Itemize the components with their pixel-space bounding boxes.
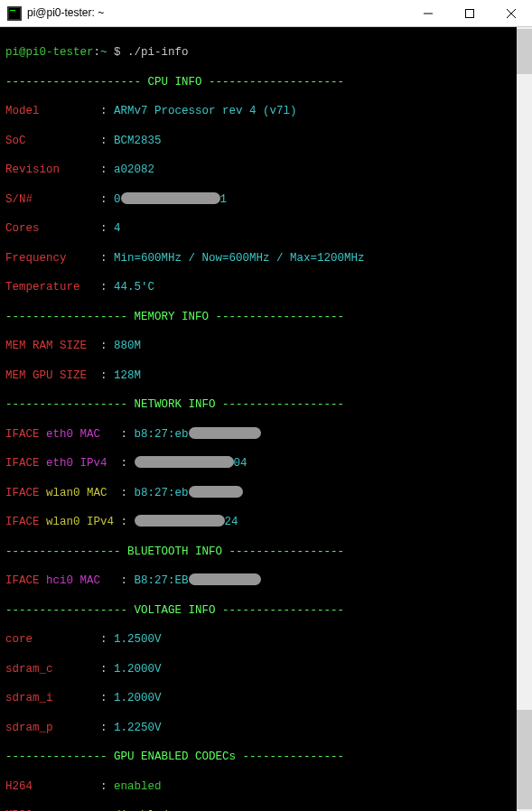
label-iface: IFACE [5, 574, 40, 587]
window-title: pi@pi0-tester: ~ [27, 6, 407, 21]
row-h264: H264 : enabled [5, 779, 510, 794]
row-soc: SoC : BCM2835 [5, 134, 510, 148]
prompt-command: ./pi-info [127, 46, 189, 59]
value-gpuram: 128M [114, 369, 141, 382]
value-soc: BCM2835 [114, 135, 162, 147]
section-voltage: ------------------ VOLTAGE INFO --------… [5, 603, 510, 618]
label-vsdc: sdram_c [5, 663, 53, 676]
section-network-label: NETWORK INFO [135, 398, 216, 411]
value-vsdi: 1.2000V [114, 692, 162, 704]
label-freq: Frequency [5, 252, 67, 265]
redacted-icon [135, 515, 225, 527]
maximize-button[interactable] [449, 0, 490, 27]
label-wlan-ip: wlan0 IPv4 [46, 516, 114, 528]
redacted-icon [189, 573, 261, 585]
value-model: ARMv7 Processor rev 4 (v7l) [114, 105, 297, 117]
window-titlebar: pi@pi0-tester: ~ [0, 0, 532, 27]
section-cpu: -------------------- CPU INFO ----------… [5, 75, 510, 89]
redacted-icon [121, 192, 220, 204]
svg-rect-4 [466, 9, 474, 17]
terminal-pane[interactable]: pi@pi0-tester:~ $ ./pi-info ------------… [0, 27, 532, 811]
label-iface: IFACE [5, 457, 40, 470]
redacted-icon [189, 486, 243, 498]
row-gpuram: MEM GPU SIZE : 128M [5, 368, 510, 383]
value-cores: 4 [114, 222, 121, 235]
section-bluetooth-label: BLUETOOTH INFO [127, 545, 222, 558]
svg-rect-2 [10, 10, 15, 11]
prompt-line: pi@pi0-tester:~ $ ./pi-info [5, 45, 510, 60]
label-iface: IFACE [5, 428, 40, 441]
row-eth-ip: IFACE eth0 IPv4 : 04 [5, 456, 510, 471]
value-h264: enabled [114, 780, 162, 793]
label-gpuram: MEM GPU SIZE [5, 369, 87, 382]
value-freq: Min=600MHz / Now=600MHz / Max=1200MHz [114, 252, 365, 265]
row-freq: Frequency : Min=600MHz / Now=600MHz / Ma… [5, 251, 510, 266]
label-sn: S/N# [5, 193, 33, 206]
section-gpu: --------------- GPU ENABLED CODECs -----… [5, 750, 510, 764]
section-memory-label: MEMORY INFO [135, 311, 210, 323]
label-vcore: core [5, 633, 33, 646]
label-soc: SoC [5, 135, 26, 147]
redacted-icon [135, 456, 234, 468]
row-temp: Temperature : 44.5'C [5, 280, 510, 294]
row-wlan-mac: IFACE wlan0 MAC : b8:27:eb [5, 486, 510, 500]
value-wlan-mac: b8:27:eb [135, 487, 189, 499]
section-voltage-label: VOLTAGE INFO [135, 604, 216, 617]
section-gpu-label: GPU ENABLED CODECs [114, 750, 236, 763]
label-hci-mac: hci0 MAC [46, 574, 100, 587]
value-eth-ip: 04 [234, 457, 247, 470]
label-wlan-mac: wlan0 MAC [46, 487, 107, 499]
prompt-userhost: pi@pi0-tester [5, 46, 94, 59]
row-v-sdi: sdram_i : 1.2000V [5, 691, 510, 705]
prompt-path: ~ [100, 46, 107, 59]
prompt-dollar: $ [107, 46, 128, 59]
value-vsdc: 1.2000V [114, 663, 162, 676]
row-eth-mac: IFACE eth0 MAC : b8:27:eb [5, 427, 510, 442]
value-wlan-ip: 24 [225, 516, 238, 528]
row-v-sdp: sdram_p : 1.2250V [5, 721, 510, 735]
value-hci-mac: B8:27:EB [135, 574, 189, 587]
row-revision: Revision : a02082 [5, 163, 510, 177]
row-ram: MEM RAM SIZE : 880M [5, 339, 510, 353]
row-model: Model : ARMv7 Processor rev 4 (v7l) [5, 104, 510, 118]
value-sn-suffix: 1 [220, 193, 228, 206]
label-eth-ip: eth0 IPv4 [46, 457, 107, 470]
value-vsdp: 1.2250V [114, 722, 162, 734]
value-ram: 880M [114, 340, 141, 352]
row-wlan-ip: IFACE wlan0 IPv4 : 24 [5, 515, 510, 529]
row-cores: Cores : 4 [5, 221, 510, 236]
window-controls [407, 0, 532, 27]
redacted-icon [189, 427, 261, 439]
section-bluetooth: ----------------- BLUETOOTH INFO -------… [5, 545, 510, 559]
section-cpu-label: CPU INFO [148, 76, 202, 89]
label-iface: IFACE [5, 487, 40, 499]
value-eth-mac: b8:27:eb [135, 428, 189, 441]
terminal-output: pi@pi0-tester:~ $ ./pi-info ------------… [5, 31, 527, 811]
value-temp: 44.5'C [114, 281, 154, 294]
value-revision: a02082 [114, 163, 154, 176]
label-iface: IFACE [5, 516, 40, 528]
svg-rect-1 [9, 8, 20, 19]
label-eth-mac: eth0 MAC [46, 428, 100, 441]
row-hci-mac: IFACE hci0 MAC : B8:27:EB [5, 573, 510, 588]
row-v-sdc: sdram_c : 1.2000V [5, 662, 510, 676]
section-network: ------------------ NETWORK INFO --------… [5, 397, 510, 412]
label-vsdi: sdram_i [5, 692, 53, 704]
minimize-button[interactable] [407, 0, 449, 27]
label-h264: H264 [5, 780, 33, 793]
label-revision: Revision [5, 163, 60, 176]
label-vsdp: sdram_p [5, 722, 53, 734]
close-button[interactable] [490, 0, 532, 27]
app-icon [7, 6, 22, 21]
value-vcore: 1.2500V [114, 633, 162, 646]
label-temp: Temperature [5, 281, 80, 294]
label-ram: MEM RAM SIZE [5, 340, 87, 352]
colon: : [94, 105, 115, 117]
section-memory: ------------------ MEMORY INFO ---------… [5, 310, 510, 324]
row-sn: S/N# : 01 [5, 192, 510, 207]
value-sn-prefix: 0 [114, 193, 121, 206]
label-model: Model [5, 105, 40, 117]
label-cores: Cores [5, 222, 40, 235]
prompt-colon: : [94, 46, 101, 59]
row-v-core: core : 1.2500V [5, 632, 510, 647]
